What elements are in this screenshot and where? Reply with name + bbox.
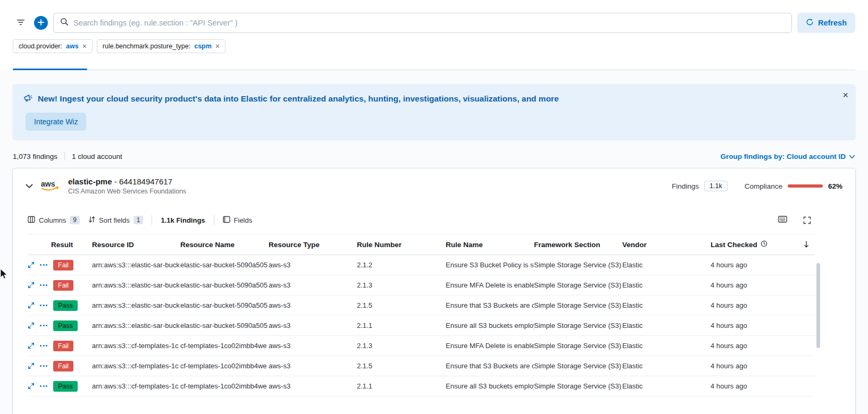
table-row[interactable]: Fail arn:aws:s3:::elastic-sar-buck elast… (28, 255, 815, 275)
rule-number-cell: 2.1.5 (357, 362, 446, 370)
expand-row-icon[interactable] (28, 342, 35, 349)
table-row[interactable]: Pass arn:aws:s3:::cf-templates-1c cf-tem… (28, 376, 815, 396)
rule-name-cell: Ensure S3 Bucket Policy is se (446, 261, 534, 269)
remove-filter-icon[interactable]: × (82, 43, 87, 50)
last-checked-cell: 4 hours ago (711, 261, 803, 269)
row-actions-icon[interactable] (39, 263, 48, 267)
search-input[interactable] (73, 19, 785, 27)
expand-row-icon[interactable] (28, 383, 35, 390)
result-badge: Pass (53, 381, 78, 392)
table-row[interactable]: Fail arn:aws:s3:::elastic-sar-buck elast… (28, 275, 815, 295)
findings-count: 1,073 findings (13, 153, 57, 160)
divider (214, 215, 214, 225)
compliance-value: 62% (828, 182, 842, 190)
vendor-cell: Elastic (622, 261, 711, 269)
columns-button[interactable]: Columns 9 (28, 216, 80, 225)
fields-label: Fields (234, 216, 253, 224)
refresh-button[interactable]: Refresh (797, 13, 855, 33)
header-result[interactable]: Result (51, 241, 92, 249)
row-actions-icon[interactable] (39, 384, 48, 388)
vendor-cell: Elastic (622, 362, 711, 370)
vendor-cell: Elastic (622, 281, 711, 289)
header-resource-name[interactable]: Resource Name (180, 241, 269, 249)
rule-number-cell: 2.1.3 (357, 342, 446, 350)
resource-id-cell: arn:aws:s3:::elastic-sar-buck (92, 301, 180, 309)
last-checked-cell: 4 hours ago (711, 301, 803, 309)
expand-row-icon[interactable] (28, 282, 35, 289)
account-id: - 644184947617 (112, 177, 172, 186)
filter-pills: cloud.provider: aws × rule.benchmark.pos… (13, 39, 855, 53)
framework-section-cell: Simple Storage Service (S3) (534, 261, 622, 269)
sort-count-badge: 1 (133, 216, 144, 224)
row-actions-icon[interactable] (39, 364, 48, 368)
benchmark-name: CIS Amazon Web Services Foundations (68, 188, 186, 195)
remove-filter-icon[interactable]: × (215, 43, 220, 50)
resource-type-cell: aws-s3 (269, 261, 357, 269)
fields-button[interactable]: Fields (223, 216, 253, 225)
tabs-bar (13, 63, 855, 70)
sort-icon (88, 216, 95, 225)
last-checked-cell: 4 hours ago (711, 322, 803, 329)
compliance-label: Compliance (745, 182, 782, 190)
header-resource-id[interactable]: Resource ID (92, 241, 180, 249)
rule-number-cell: 2.1.1 (357, 322, 446, 329)
vertical-scrollbar[interactable] (816, 263, 820, 348)
vendor-cell: Elastic (622, 342, 711, 350)
result-badge: Pass (53, 320, 78, 331)
aws-logo: aws (40, 179, 61, 194)
last-checked-cell: 4 hours ago (711, 281, 803, 289)
resource-name-cell: elastic-sar-bucket-5090a505 (180, 301, 269, 309)
header-rule-name[interactable]: Rule Name (446, 241, 534, 249)
group-by-selector[interactable]: Group findings by: Cloud account ID (721, 153, 856, 160)
framework-section-cell: Simple Storage Service (S3) (534, 362, 622, 370)
add-filter-button[interactable] (34, 16, 48, 30)
sort-fields-label: Sort fields (99, 216, 130, 224)
resource-name-cell: elastic-sar-bucket-5090a505 (180, 322, 269, 329)
table-row[interactable]: Fail arn:aws:s3:::cf-templates-1c cf-tem… (28, 336, 815, 356)
filter-pill-cloud-provider[interactable]: cloud.provider: aws × (13, 39, 93, 53)
expand-row-icon[interactable] (28, 261, 35, 268)
sort-fields-button[interactable]: Sort fields 1 (88, 216, 144, 225)
table-row[interactable]: Fail arn:aws:s3:::cf-templates-1c cf-tem… (28, 356, 815, 376)
sort-direction-icon[interactable] (803, 241, 815, 248)
refresh-label: Refresh (818, 19, 847, 27)
grid-findings-count: 1.1k Findings (161, 216, 205, 224)
row-actions-icon[interactable] (39, 344, 48, 348)
rule-number-cell: 2.1.2 (357, 261, 446, 269)
vendor-cell: Elastic (622, 322, 711, 329)
accordion-chevron-icon[interactable] (23, 182, 35, 191)
table-row[interactable]: Pass arn:aws:s3:::elastic-sar-buck elast… (28, 316, 815, 336)
resource-name-cell: elastic-sar-bucket-5090a505 (180, 281, 269, 289)
expand-row-icon[interactable] (28, 322, 35, 329)
integrate-wiz-button[interactable]: Integrate Wiz (26, 113, 86, 131)
row-actions-icon[interactable] (39, 303, 48, 307)
filter-pill-posture-type[interactable]: rule.benchmark.posture_type: cspm × (97, 39, 226, 53)
expand-row-icon[interactable] (28, 302, 35, 309)
header-rule-number[interactable]: Rule Number (357, 241, 446, 249)
framework-section-cell: Simple Storage Service (S3) (534, 281, 622, 289)
filter-icon (16, 19, 25, 28)
resource-type-cell: aws-s3 (269, 362, 357, 370)
fullscreen-icon[interactable] (799, 212, 815, 229)
keyboard-shortcuts-button[interactable] (774, 212, 790, 229)
grid-toolbar: Columns 9 Sort fields 1 1.1k Findings Fi… (13, 205, 855, 234)
table-row[interactable]: Pass arn:aws:s3:::elastic-sar-buck elast… (28, 295, 815, 316)
filter-field: cloud.provider: (19, 43, 62, 50)
close-callout-icon[interactable]: × (842, 90, 848, 100)
resource-name-cell: cf-templates-1co02imbb4we (180, 342, 269, 350)
search-bar[interactable] (53, 13, 792, 33)
expand-row-icon[interactable] (28, 362, 35, 369)
selected-tab-indicator[interactable] (13, 69, 87, 70)
row-actions-icon[interactable] (39, 324, 48, 327)
header-vendor[interactable]: Vendor (622, 241, 711, 249)
last-checked-cell: 4 hours ago (711, 342, 803, 350)
header-last-checked[interactable]: Last Checked (711, 240, 803, 249)
result-badge: Fail (53, 361, 73, 371)
header-framework-section[interactable]: Framework Section (534, 241, 622, 249)
last-checked-cell: 4 hours ago (711, 362, 803, 370)
svg-text:aws: aws (41, 180, 55, 188)
row-actions-icon[interactable] (39, 283, 48, 287)
header-resource-type[interactable]: Resource Type (269, 241, 357, 249)
filter-menu-button[interactable] (13, 14, 29, 31)
last-checked-cell: 4 hours ago (711, 382, 803, 390)
